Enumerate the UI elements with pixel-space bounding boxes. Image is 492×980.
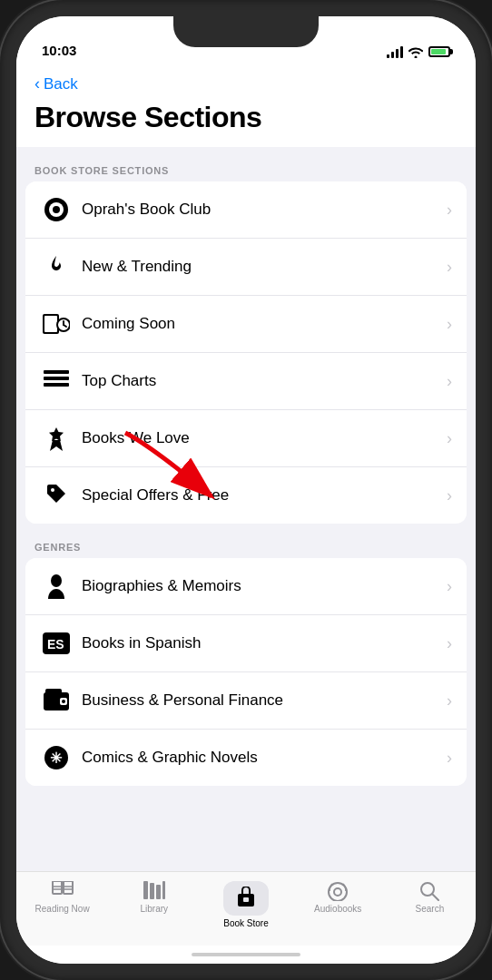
svg-rect-31	[162, 881, 165, 899]
svg-point-35	[334, 888, 341, 896]
svg-text:✳: ✳	[50, 750, 63, 766]
back-button[interactable]: ‹ Back	[34, 71, 458, 97]
clock-book-icon	[40, 308, 73, 340]
svg-rect-23	[64, 881, 73, 894]
home-indicator	[16, 946, 476, 964]
coming-soon-label: Coming Soon	[82, 315, 447, 333]
spanish-chevron: ›	[447, 634, 452, 653]
oprah-icon	[40, 193, 73, 226]
top-charts-icon	[40, 365, 73, 397]
list-item-spanish[interactable]: ES Books in Spanish ›	[25, 615, 467, 672]
tab-library[interactable]: Library	[108, 879, 200, 914]
book-store-active-bg	[223, 881, 269, 916]
svg-point-13	[51, 574, 62, 587]
svg-rect-4	[44, 316, 57, 332]
wallet-icon	[40, 684, 73, 717]
svg-rect-9	[44, 377, 69, 380]
audiobooks-tab-icon	[327, 881, 349, 901]
biographies-label: Biographies & Memoirs	[82, 577, 447, 595]
books-we-love-chevron: ›	[447, 429, 452, 448]
svg-rect-29	[150, 883, 154, 899]
list-item-books-we-love[interactable]: Books We Love ›	[25, 410, 467, 467]
list-item-business[interactable]: Business & Personal Finance ›	[25, 672, 467, 730]
library-tab-icon	[143, 881, 165, 901]
comics-icon: ✳	[40, 741, 73, 774]
tab-search[interactable]: Search	[384, 879, 476, 914]
genres-section-group: GENRES Biographies & Memoirs ›	[16, 542, 476, 786]
business-label: Business & Personal Finance	[82, 691, 447, 710]
oprah-label: Oprah's Book Club	[82, 201, 447, 219]
home-bar	[192, 953, 300, 956]
new-trending-label: New & Trending	[82, 258, 447, 276]
reading-now-tab-label: Reading Now	[35, 904, 90, 914]
oprah-chevron: ›	[447, 201, 452, 220]
tab-bar: Reading Now Library	[16, 871, 476, 946]
wifi-icon	[408, 46, 423, 58]
content-area: ‹ Back Browse Sections BOOK STORE SECTIO…	[16, 64, 476, 871]
phone-frame: 10:03	[0, 0, 492, 980]
search-tab-icon	[419, 881, 439, 901]
back-section: ‹ Back	[16, 64, 476, 97]
svg-point-19	[62, 700, 65, 703]
bottom-spacer	[16, 786, 476, 804]
phone-screen: 10:03	[16, 16, 476, 964]
signal-bars-icon	[387, 45, 403, 58]
svg-rect-30	[156, 885, 161, 899]
svg-rect-17	[45, 689, 62, 694]
list-item-special-offers[interactable]: Special Offers & Free ›	[25, 467, 467, 524]
back-chevron-icon: ‹	[34, 74, 40, 93]
bookstore-section-header: BOOK STORE SECTIONS	[16, 165, 476, 181]
search-tab-label: Search	[416, 904, 445, 914]
person-silhouette-icon	[40, 570, 73, 603]
es-badge-icon: ES	[40, 627, 73, 660]
library-tab-label: Library	[141, 904, 169, 914]
svg-point-11	[51, 488, 54, 492]
list-item-comics[interactable]: ✳ Comics & Graphic Novels ›	[25, 730, 467, 786]
svg-text:ES: ES	[47, 637, 64, 652]
bookstore-list: Oprah's Book Club › New & Trending ›	[25, 181, 467, 524]
books-we-love-label: Books We Love	[82, 429, 447, 447]
list-item-new-trending[interactable]: New & Trending ›	[25, 239, 467, 296]
notch	[173, 16, 319, 47]
svg-rect-8	[44, 370, 69, 374]
svg-point-2	[53, 206, 60, 213]
book-store-tab-label: Book Store	[223, 918, 268, 928]
list-item-oprah[interactable]: Oprah's Book Club ›	[25, 181, 467, 239]
top-charts-label: Top Charts	[82, 372, 447, 390]
back-label: Back	[44, 75, 78, 93]
list-item-coming-soon[interactable]: Coming Soon ›	[25, 296, 467, 353]
tab-reading-now[interactable]: Reading Now	[16, 879, 108, 914]
list-item-top-charts[interactable]: Top Charts ›	[25, 353, 467, 410]
comics-chevron: ›	[447, 749, 452, 768]
svg-rect-10	[44, 383, 69, 387]
battery-icon	[428, 46, 450, 57]
special-offers-label: Special Offers & Free	[82, 486, 447, 505]
badge-icon	[40, 422, 73, 455]
reading-now-tab-icon	[51, 881, 74, 901]
new-trending-chevron: ›	[447, 258, 452, 277]
spanish-label: Books in Spanish	[82, 634, 447, 652]
status-time: 10:03	[42, 43, 76, 58]
bookstore-section-group: BOOK STORE SECTIONS Oprah's Book Club	[16, 165, 476, 524]
special-offers-chevron: ›	[447, 486, 452, 505]
tab-audiobooks[interactable]: Audiobooks	[292, 879, 384, 914]
audiobooks-tab-label: Audiobooks	[314, 904, 361, 914]
business-chevron: ›	[447, 691, 452, 710]
svg-rect-33	[243, 897, 249, 902]
title-section: Browse Sections	[16, 97, 476, 147]
biographies-chevron: ›	[447, 577, 452, 596]
genres-section-header: GENRES	[16, 542, 476, 558]
flame-icon	[40, 250, 73, 283]
tag-icon	[40, 479, 73, 512]
page-title: Browse Sections	[34, 101, 458, 134]
genres-list: Biographies & Memoirs › ES Books in Span…	[25, 558, 467, 786]
coming-soon-chevron: ›	[447, 315, 452, 334]
tab-book-store[interactable]: Book Store	[200, 879, 291, 928]
comics-label: Comics & Graphic Novels	[82, 749, 447, 767]
list-item-biographies[interactable]: Biographies & Memoirs ›	[25, 558, 467, 615]
book-store-tab-icon	[236, 887, 256, 906]
svg-line-37	[432, 894, 438, 900]
svg-rect-22	[53, 881, 62, 894]
top-charts-chevron: ›	[447, 372, 452, 391]
status-icons	[387, 45, 450, 58]
